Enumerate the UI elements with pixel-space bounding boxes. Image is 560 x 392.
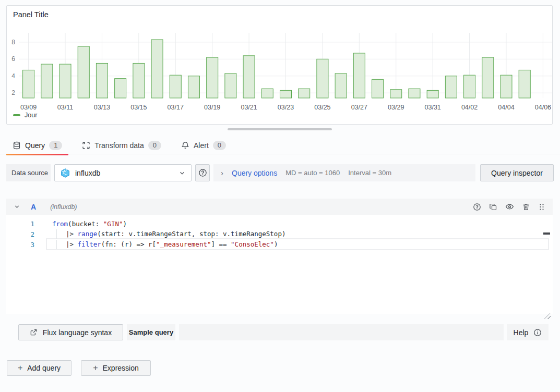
tab-query[interactable]: Query 1	[6, 137, 68, 154]
active-tab-underline	[6, 154, 68, 155]
overview-ruler-mark	[543, 232, 550, 235]
add-query-label: Add query	[27, 364, 61, 372]
bar	[280, 90, 292, 98]
editor-footer-toolbar: Flux language syntax Sample query Help	[0, 324, 560, 340]
info-circle-icon	[533, 328, 542, 337]
query-options-label: Query options	[232, 169, 277, 177]
bar	[317, 59, 328, 98]
bar	[207, 57, 218, 98]
tab-transform-badge: 0	[148, 141, 161, 150]
copy-icon	[489, 203, 497, 211]
bar	[482, 57, 494, 98]
delete-query-button[interactable]	[522, 203, 530, 211]
datasource-help-button[interactable]	[195, 164, 210, 181]
eye-icon	[505, 202, 514, 211]
svg-text:03/19: 03/19	[204, 104, 220, 111]
plus-icon: +	[93, 364, 98, 372]
bar-chart[interactable]: 246803/0903/1103/1303/1503/1703/1903/210…	[7, 23, 552, 116]
query-inspector-button[interactable]: Query inspector	[480, 164, 554, 181]
svg-text:03/09: 03/09	[20, 104, 37, 111]
chevron-right-icon: ›	[221, 168, 223, 177]
drag-query-handle[interactable]	[538, 203, 545, 211]
tab-transform-data[interactable]: Transform data 0	[76, 137, 168, 154]
flux-syntax-button[interactable]: Flux language syntax	[18, 324, 123, 340]
bar	[299, 89, 310, 98]
svg-text:03/15: 03/15	[130, 104, 147, 111]
tab-alert-label: Alert	[194, 141, 209, 150]
database-icon	[13, 141, 21, 150]
line-number: 3	[6, 241, 46, 249]
tab-alert[interactable]: Alert 0	[175, 137, 232, 154]
expression-label: Expression	[103, 364, 139, 372]
svg-text:03/11: 03/11	[57, 104, 73, 111]
legend-label: Jour	[25, 112, 37, 119]
query-options-bar[interactable]: › Query options MD = auto = 1060 Interva…	[213, 164, 475, 181]
trash-icon	[522, 203, 530, 211]
hide-query-button[interactable]	[505, 202, 514, 211]
collapse-query-chevron[interactable]	[14, 203, 20, 210]
svg-text:8: 8	[11, 39, 15, 46]
tab-query-badge: 1	[49, 141, 62, 150]
bar	[409, 89, 420, 98]
grip-dots-icon	[538, 203, 545, 211]
svg-text:03/29: 03/29	[388, 104, 404, 111]
svg-text:03/17: 03/17	[168, 104, 184, 111]
editor-tabbar: Query 1 Transform data 0 Alert 0	[0, 137, 560, 154]
bar	[41, 64, 53, 98]
bar	[115, 79, 126, 98]
query-ref-id: A	[31, 203, 36, 211]
query-inspector-label: Query inspector	[491, 169, 543, 177]
datasource-select[interactable]: influxdb	[54, 164, 192, 181]
bar	[501, 75, 512, 98]
editor-resize-handle[interactable]	[544, 313, 551, 319]
code-line-2: 2|> range(start: v.timeRangeStart, stop:…	[6, 229, 553, 239]
bar	[445, 76, 457, 98]
query-datasource-hint: (influxdb)	[50, 203, 77, 211]
legend-swatch	[13, 114, 20, 116]
bar	[133, 63, 145, 98]
datasource-row: Data source influxdb › Query options MD …	[6, 164, 554, 181]
bar	[519, 70, 530, 98]
svg-text:4: 4	[11, 72, 15, 80]
help-button[interactable]: Help	[507, 324, 549, 340]
svg-text:03/23: 03/23	[278, 104, 294, 111]
question-circle-icon	[473, 203, 481, 211]
plus-icon: +	[18, 364, 22, 372]
interval-value: Interval = 30m	[348, 169, 391, 177]
tab-alert-badge: 0	[213, 141, 226, 150]
flux-syntax-label: Flux language syntax	[43, 328, 112, 337]
legend-item-jour[interactable]: Jour	[13, 112, 37, 119]
bar	[96, 63, 108, 98]
sample-query-select[interactable]	[179, 324, 504, 340]
flux-code-editor[interactable]: 1from(bucket: "GIN")2|> range(start: v.t…	[6, 215, 553, 314]
process-icon	[82, 141, 90, 150]
bar	[243, 56, 255, 98]
question-circle-icon	[198, 168, 207, 177]
datasource-selected-value: influxdb	[75, 169, 174, 177]
bar	[335, 74, 347, 98]
help-label: Help	[514, 328, 529, 337]
line-number: 1	[6, 220, 46, 228]
query-help-button[interactable]	[473, 203, 481, 211]
max-data-points-value: MD = auto = 1060	[285, 169, 340, 177]
duplicate-query-button[interactable]	[489, 203, 497, 211]
bar	[427, 90, 438, 98]
add-expression-button[interactable]: + Expression	[81, 360, 151, 376]
tab-query-label: Query	[25, 141, 45, 150]
pane-resize-handle[interactable]	[228, 128, 332, 130]
bar	[78, 46, 89, 98]
bar	[261, 89, 273, 98]
svg-text:2: 2	[11, 89, 15, 96]
chevron-down-icon	[178, 169, 186, 177]
bar	[170, 75, 181, 98]
chevron-down-icon	[14, 203, 20, 210]
bar	[390, 90, 402, 98]
svg-text:04/02: 04/02	[461, 104, 478, 111]
svg-text:04/06: 04/06	[535, 104, 551, 111]
add-query-button[interactable]: + Add query	[7, 360, 72, 376]
bar	[464, 75, 475, 98]
datasource-label: Data source	[6, 164, 51, 181]
svg-text:03/21: 03/21	[241, 104, 257, 111]
bar	[151, 40, 163, 98]
line-number: 2	[6, 230, 46, 238]
